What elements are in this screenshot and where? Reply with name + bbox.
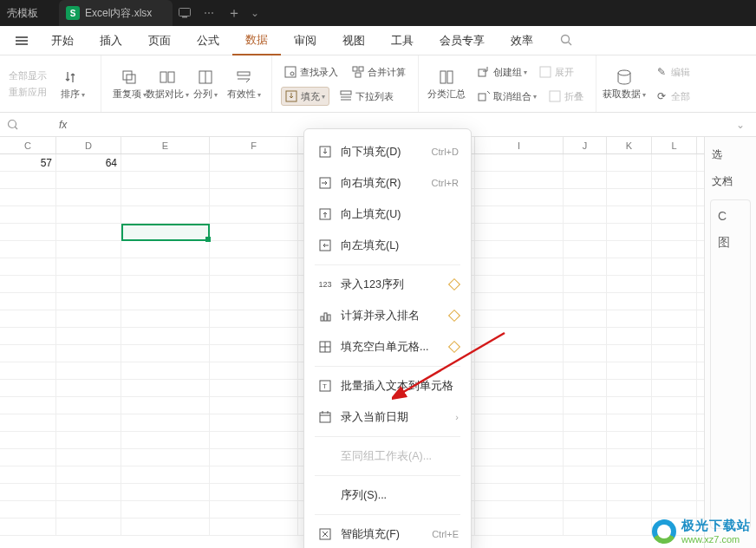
subtotal-button[interactable]: 分类汇总 — [427, 68, 466, 101]
side-img-label: 图 — [714, 235, 746, 251]
fill-down-item[interactable]: 向下填充(D) Ctrl+D — [304, 136, 471, 167]
fill-left-icon — [316, 239, 334, 251]
svg-rect-1 — [182, 16, 187, 18]
insert-date-item[interactable]: 录入当前日期 › — [304, 401, 471, 433]
svg-rect-6 — [160, 72, 166, 82]
across-sheets-item: 至同组工作表(A)... — [304, 440, 471, 472]
col-header-c[interactable]: C — [0, 137, 56, 153]
compare-button[interactable]: 数据对比▾ — [148, 68, 186, 101]
smart-fill-item[interactable]: 智能填充(F) Ctrl+E — [304, 519, 471, 548]
find-record-button[interactable]: 查找录入 — [281, 62, 342, 82]
menu-review[interactable]: 审阅 — [281, 26, 329, 55]
reapply-label[interactable]: 重新应用 — [9, 86, 47, 99]
formula-expand-icon[interactable]: ⌄ — [732, 119, 749, 131]
template-tab[interactable]: 壳模板 — [0, 0, 54, 26]
create-group-button[interactable]: 创建组▾ — [474, 62, 531, 82]
svg-rect-14 — [359, 67, 363, 71]
dropdown-list-button[interactable]: 下拉列表 — [336, 87, 397, 106]
menu-home[interactable]: 开始 — [38, 26, 87, 55]
tab-overflow[interactable]: ⌄ — [247, 7, 259, 19]
svg-text:T: T — [323, 382, 327, 390]
premium-icon — [448, 278, 460, 290]
svg-rect-7 — [168, 72, 174, 82]
fill-blank-item[interactable]: 填充空白单元格... — [304, 331, 471, 362]
template-tab-label: 壳模板 — [7, 6, 38, 21]
svg-rect-11 — [285, 67, 296, 77]
col-header-e[interactable]: E — [121, 137, 210, 153]
fill-handle[interactable] — [205, 237, 211, 242]
edit-links-button[interactable]: ✎编辑 — [652, 62, 694, 82]
svg-rect-19 — [447, 71, 453, 83]
selection-rectangle — [121, 224, 210, 241]
ungroup-button[interactable]: 取消组合▾ — [474, 87, 540, 106]
expand-icon — [539, 66, 551, 78]
batch-insert-text-item[interactable]: T 批量插入文本到单元格 — [304, 370, 471, 401]
tab-more-icon[interactable]: ⋯ — [197, 7, 221, 19]
fill-up-item[interactable]: 向上填充(U) — [304, 199, 471, 230]
premium-icon — [448, 310, 460, 322]
svg-rect-21 — [540, 67, 551, 77]
split-column-button[interactable]: 分列▾ — [186, 68, 225, 101]
cell-d1[interactable]: 64 — [56, 154, 121, 171]
svg-point-2 — [562, 36, 570, 43]
fill-right-item[interactable]: 向右填充(R) Ctrl+R — [304, 167, 471, 199]
expand-button[interactable]: 展开 — [536, 62, 577, 82]
get-data-button[interactable]: 获取数据▾ — [605, 68, 643, 101]
find-record-icon — [284, 66, 297, 78]
side-select-label[interactable]: 选 — [708, 144, 753, 166]
menu-search-icon[interactable] — [560, 34, 573, 47]
col-header-d[interactable]: D — [56, 137, 121, 153]
merge-calc-button[interactable]: 合并计算 — [349, 62, 409, 82]
side-c-label: C — [714, 209, 746, 223]
app-menu-button[interactable] — [5, 40, 38, 42]
fill-series-123-item[interactable]: 123 录入123序列 — [304, 269, 471, 300]
name-box[interactable] — [7, 119, 59, 131]
show-all-label[interactable]: 全部显示 — [9, 69, 47, 82]
menu-page[interactable]: 页面 — [135, 26, 184, 55]
side-doc-label[interactable]: 文档 — [708, 171, 753, 192]
menu-tools[interactable]: 工具 — [378, 26, 427, 55]
side-card: C 图 — [710, 199, 751, 529]
tab-monitor-icon[interactable] — [173, 8, 197, 18]
series-dialog-item[interactable]: 序列(S)... — [304, 480, 471, 511]
svg-rect-15 — [355, 73, 361, 77]
cell-e1[interactable] — [121, 154, 210, 171]
duplicates-button[interactable]: 重复项▾ — [110, 68, 148, 101]
merge-calc-icon — [352, 66, 364, 78]
col-header-f[interactable]: F — [210, 137, 298, 153]
edit-icon: ✎ — [655, 66, 668, 78]
validity-button[interactable]: 有效性▾ — [225, 68, 263, 101]
cell-c1[interactable]: 57 — [0, 154, 56, 171]
validity-icon — [235, 68, 252, 86]
menu-data[interactable]: 数据 — [232, 26, 281, 55]
menu-member[interactable]: 会员专享 — [427, 26, 498, 55]
split-icon — [197, 68, 214, 86]
fill-button[interactable]: 填充▾ — [281, 87, 329, 106]
sort-button[interactable]: 排序▾ — [54, 68, 92, 101]
ungroup-icon — [478, 90, 490, 102]
side-panel: 选 文档 C 图 — [704, 137, 756, 548]
refresh-all-button[interactable]: ⟳全部 — [652, 87, 694, 106]
col-header-l[interactable]: L — [652, 137, 697, 153]
refresh-icon: ⟳ — [655, 90, 668, 102]
menu-efficiency[interactable]: 效率 — [498, 26, 546, 55]
ribbon-group-fill: 查找录入 合并计算 填充▾ 下拉列表 — [272, 55, 419, 113]
menu-insert[interactable]: 插入 — [87, 26, 135, 55]
svg-rect-13 — [353, 67, 357, 71]
menu-formula[interactable]: 公式 — [184, 26, 232, 55]
svg-rect-18 — [440, 71, 446, 83]
duplicates-icon — [121, 68, 138, 86]
file-tab[interactable]: S Excel内容.xlsx — [59, 0, 173, 26]
calendar-icon — [316, 411, 334, 423]
new-tab-button[interactable]: ＋ — [221, 4, 247, 23]
menu-view[interactable]: 视图 — [329, 26, 378, 55]
col-header-k[interactable]: K — [607, 137, 652, 153]
col-header-j[interactable]: J — [564, 137, 607, 153]
collapse-button[interactable]: 折叠 — [545, 87, 587, 106]
fill-left-item[interactable]: 向左填充(L) — [304, 230, 471, 261]
svg-rect-20 — [479, 69, 486, 76]
fill-rank-item[interactable]: 计算并录入排名 — [304, 300, 471, 331]
svg-rect-10 — [238, 72, 250, 75]
col-header-i[interactable]: I — [475, 137, 564, 153]
fx-label[interactable]: fx — [59, 119, 76, 131]
